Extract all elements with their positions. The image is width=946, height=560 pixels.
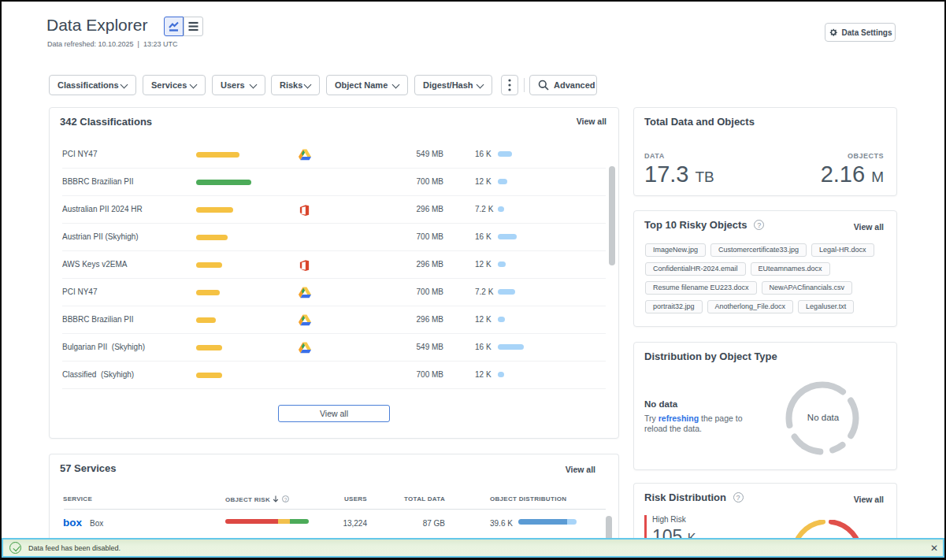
svg-text:box: box [63,517,82,528]
